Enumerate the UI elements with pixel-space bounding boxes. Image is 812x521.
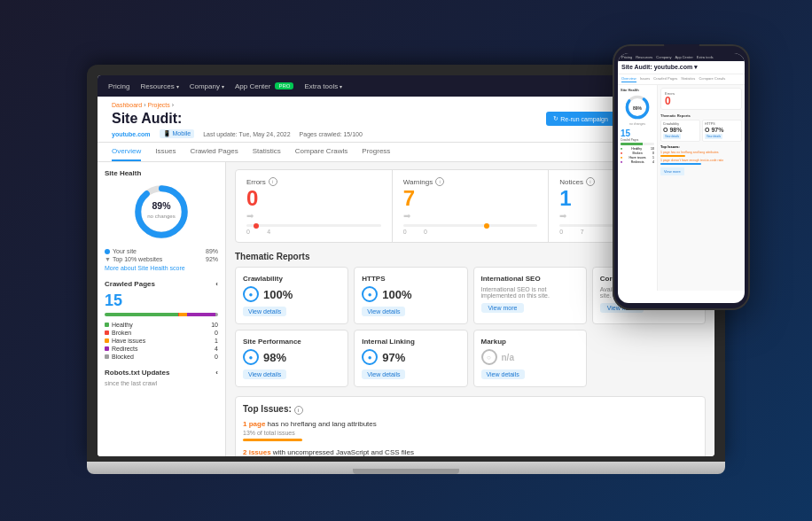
report-perf-title: Site Performance [243,338,340,346]
warnings-info-icon[interactable]: i [435,177,444,186]
phone-nav-appcenter: App Center [675,55,692,59]
legend-blocked-left: Blocked [105,354,134,360]
legend-redirects-left: Redirects [105,346,138,352]
phone-legend-redirects: ■ Redirects 4 [621,160,654,164]
crawlability-circle: ● [243,286,259,302]
broken-value: 0 [215,330,218,336]
phone-tab-compare[interactable]: Compare Crawls [699,76,725,82]
phone-view-https[interactable]: View details [705,134,722,139]
top-issues-info-icon[interactable]: i [294,406,303,415]
issue-2: 2 issues with uncompressed JavaScript an… [243,448,698,456]
crawled-pages-label: Crawled Pages [105,280,155,288]
report-intl-seo-desc: International SEO is not implemented on … [481,286,579,299]
issue-2-link[interactable]: 2 issues [243,448,271,456]
sidebar: Site Health 89% no changes [98,162,226,456]
nav-pricing[interactable]: Pricing [108,82,129,90]
scene: Pricing Resources Company App Center Ext… [0,0,812,521]
tab-issues[interactable]: Issues [155,143,176,161]
legend-broken: Broken 0 [105,330,218,336]
legend-top10: ▼ Top 10% websites 92% [105,256,218,262]
notices-info-icon[interactable]: i [586,177,595,186]
legend-blocked: Blocked 0 [105,354,218,360]
legend-have-issues-left: Have issues [105,338,145,344]
warnings-arrow: ➡ [403,211,410,221]
report-crawlability-title: Crawlability [243,275,340,283]
crawlability-view-btn[interactable]: View details [243,307,286,316]
markup-view-btn[interactable]: View details [481,369,525,379]
issue-1-link[interactable]: 1 page [243,420,265,428]
report-crawlability: Crawlability ● 100% View details [235,267,348,324]
your-site-dot [105,249,110,254]
broken-square [105,330,109,335]
robots-title: Robots.txt Updates ‹ [105,369,218,377]
phone-nav: Pricing Resources Company App Center Ext… [618,53,745,61]
issue-1-text: has no hreflang and lang attributes [268,420,377,428]
phone-screen: Pricing Resources Company App Center Ext… [618,53,745,303]
phone-tab-crawled[interactable]: Crawled Pages [653,76,677,82]
phone-legend-healthy: ■ Healthy 10 [621,147,654,151]
legend-healthy: Healthy 10 [105,322,218,328]
site-url[interactable]: youtube.com [112,131,151,137]
perf-view-btn[interactable]: View details [243,369,286,379]
phone-tab-issues[interactable]: Issues [640,76,651,82]
nav-extratools[interactable]: Extra tools ▾ [304,82,342,90]
redirects-square [105,346,109,351]
phone-view-more-btn[interactable]: View more [660,167,684,175]
nav-appcenter[interactable]: App Center PRO [235,82,293,90]
intl-seo-view-btn[interactable]: View more [481,303,525,313]
report-linking-title: Internal Linking [362,338,459,346]
report-internal-linking: Internal Linking ● 97% View details [354,330,467,387]
issue-2-title: 2 issues with uncompressed JavaScript an… [243,448,698,456]
phone-view-crawlability[interactable]: View details [663,134,681,139]
breadcrumb-dashboard[interactable]: Dashboard [112,102,142,108]
phone-legend-redirects-label: Redirects [631,160,644,164]
warnings-progress [403,224,538,227]
have-issues-square [105,338,109,343]
errors-info-icon[interactable]: i [269,177,277,186]
tab-progress[interactable]: Progress [362,143,390,161]
phone-health-sub: no changes [621,122,654,126]
phone-legend-redirects-val: 4 [652,160,654,164]
mini-bar [105,313,218,316]
device-icon: 📱 [163,130,171,136]
notices-prev-val: 7 [581,229,584,235]
legend-healthy-left: Healthy [105,322,133,328]
tab-statistics[interactable]: Statistics [253,143,281,161]
https-view-btn[interactable]: View details [362,307,405,316]
report-markup: Markup ○ n/a View details [473,330,587,387]
phone-issues: Top Issues: 1 page has no hreflang and l… [660,144,742,175]
legend-your-site-left: Your site [105,248,137,254]
tab-compare-crawls[interactable]: Compare Crawls [295,143,348,161]
nav-company[interactable]: Company ▾ [190,82,224,90]
phone-tabs: Overview Issues Crawled Pages Statistics… [618,74,745,85]
phone-legend-healthy-label: Healthy [631,147,642,151]
redirects-label: Redirects [112,346,138,352]
issue-1-pct: 13% of total issues [243,430,698,436]
phone-tab-stats[interactable]: Statistics [681,76,695,82]
metric-warnings: Warnings i 7 ➡ [393,170,550,242]
phone-crawled-num: 15 [621,128,654,138]
phone-nav-pricing: Pricing [621,55,632,59]
nav-resources[interactable]: Resources ▾ [140,82,178,90]
issue-1: 1 page has no hreflang and lang attribut… [243,420,698,441]
linking-circle: ● [362,349,378,365]
linking-view-btn[interactable]: View details [362,369,405,379]
redirects-value: 4 [215,346,218,352]
svg-text:89%: 89% [152,200,171,211]
phone-nav-extra: Extra tools [697,55,714,59]
warnings-prev-val: 0 [424,229,427,235]
phone-tab-overview[interactable]: Overview [621,76,636,82]
donut-container: 89% no changes [105,181,218,243]
linking-pct: 97% [382,351,405,364]
errors-prev-label: 0 [246,229,250,235]
phone-issue-2-bar [660,163,701,165]
phone-report-https-pct: O 97% [705,127,739,133]
phone-issue-1: 1 page has no hreflang and lang attribut… [660,151,742,157]
rerun-campaign-button[interactable]: ↻ Re-run campaign [546,112,615,126]
phone-crawled-bar [621,143,654,145]
breadcrumb-projects[interactable]: Projects [147,102,169,108]
more-about-site-health[interactable]: More about Site Health score [105,265,218,271]
phone-nav-company: Company [656,55,671,59]
tab-overview[interactable]: Overview [112,143,141,161]
tab-crawled-pages[interactable]: Crawled Pages [190,143,238,161]
